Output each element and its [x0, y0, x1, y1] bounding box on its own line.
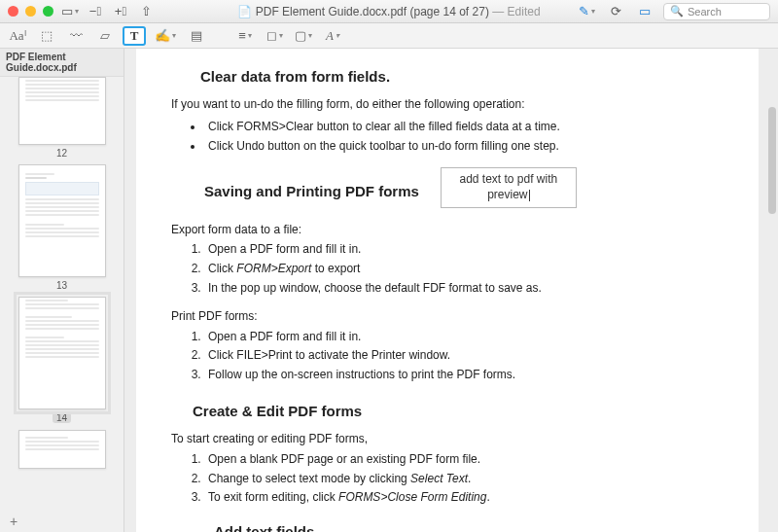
thumbnails-sidebar: PDF Element Guide.docx.pdf 12	[0, 49, 124, 532]
font-style-menu[interactable]: A	[321, 26, 344, 46]
shapes-tool[interactable]: ▱	[93, 26, 117, 46]
fullscreen-window-button[interactable]	[43, 6, 53, 17]
list-item: In the pop up window, choose the default…	[204, 280, 720, 297]
line-style-menu[interactable]: ≡	[233, 26, 257, 46]
thumbnail[interactable]: 13	[8, 164, 116, 291]
heading-clear-data: Clear data from form fields.	[200, 66, 720, 87]
add-page-button[interactable]: +	[6, 514, 21, 529]
list-item: Change to select text mode by clicking S…	[204, 471, 720, 487]
sketch-tool[interactable]: 〰	[64, 26, 88, 46]
view-mode-button[interactable]: ▭	[59, 3, 81, 20]
textbox-line: preview	[487, 188, 529, 201]
paragraph: If you want to un-do the filling form, d…	[171, 96, 720, 113]
highlight-tool-button[interactable]: ▭	[634, 3, 655, 20]
paragraph: Export form data to a file:	[171, 222, 720, 238]
sign-tool[interactable]: ✍	[152, 26, 179, 46]
zoom-out-button[interactable]: −⃝	[85, 3, 106, 20]
inserted-text-box[interactable]: add text to pdf with preview	[441, 167, 577, 207]
list-item: Click Undo button on the quick toolbar t…	[204, 138, 720, 155]
page-info: (page 14 of 27)	[409, 5, 488, 18]
thumb-number: 13	[8, 280, 116, 291]
list-item: Open a PDF form and fill it in.	[204, 241, 720, 258]
note-tool[interactable]: ▤	[185, 26, 208, 46]
vertical-scrollbar[interactable]	[768, 107, 776, 214]
thumbnail[interactable]: 12	[8, 77, 116, 159]
list-item: Click FORMS>Clear button to clear all th…	[204, 119, 720, 135]
close-window-button[interactable]	[8, 6, 18, 17]
rotate-button[interactable]: ⟳	[605, 3, 626, 20]
text-selection-tool[interactable]: Aaˡ	[6, 26, 29, 46]
list-item: To exit form editing, click FORMS>Close …	[204, 489, 720, 506]
border-color-menu[interactable]: ◻	[263, 26, 286, 46]
heading-saving-printing: Saving and Printing PDF forms	[204, 181, 419, 201]
title-text: PDF Element Guide.docx.pdf	[256, 5, 407, 18]
thumb-number: 12	[8, 148, 116, 159]
list-item: Follow up the on-screen instructions to …	[204, 367, 720, 383]
thumbnail[interactable]	[8, 430, 116, 469]
thumbnail-selected[interactable]: 14	[8, 297, 116, 424]
heading-create-edit: Create & Edit PDF forms	[193, 401, 720, 421]
search-icon: 🔍	[670, 5, 684, 18]
doc-icon: 📄	[237, 5, 255, 18]
titlebar: ▭ −⃝ +⃝ ⇧ 📄 PDF Element Guide.docx.pdf (…	[0, 0, 778, 23]
list-item: Click FORM>Export to export	[204, 261, 720, 277]
paragraph: Print PDF forms:	[171, 308, 720, 325]
search-placeholder: Search	[688, 6, 722, 18]
zoom-in-button[interactable]: +⃝	[110, 3, 131, 20]
fill-color-menu[interactable]: ▢	[292, 26, 315, 46]
page-canvas: Clear data from form fields. If you want…	[136, 49, 759, 532]
thumb-number: 14	[53, 412, 71, 423]
edited-label: Edited	[508, 5, 541, 18]
markup-toolbar-button[interactable]: ✎	[576, 3, 597, 20]
document-viewport[interactable]: Clear data from form fields. If you want…	[124, 49, 778, 532]
list-item: Click FILE>Print to activate the Printer…	[204, 347, 720, 364]
window-controls	[8, 6, 53, 17]
list-item: Open a PDF form and fill it in.	[204, 329, 720, 345]
rect-select-tool[interactable]: ⬚	[35, 26, 58, 46]
minimize-window-button[interactable]	[25, 6, 36, 17]
list-item: Open a blank PDF page or an existing PDF…	[204, 451, 720, 468]
text-tool[interactable]: T	[123, 26, 146, 46]
markup-toolbar: Aaˡ ⬚ 〰 ▱ T ✍ ▤ ≡ ◻ ▢ A	[0, 23, 778, 49]
sidebar-doc-title: PDF Element Guide.docx.pdf	[0, 49, 124, 77]
share-button[interactable]: ⇧	[135, 3, 157, 20]
search-input[interactable]: 🔍 Search	[663, 3, 770, 20]
paragraph: To start creating or editing PDF forms,	[171, 431, 720, 447]
heading-add-text: Add text fields	[214, 521, 720, 532]
textbox-line: add text to pdf with	[459, 172, 557, 186]
